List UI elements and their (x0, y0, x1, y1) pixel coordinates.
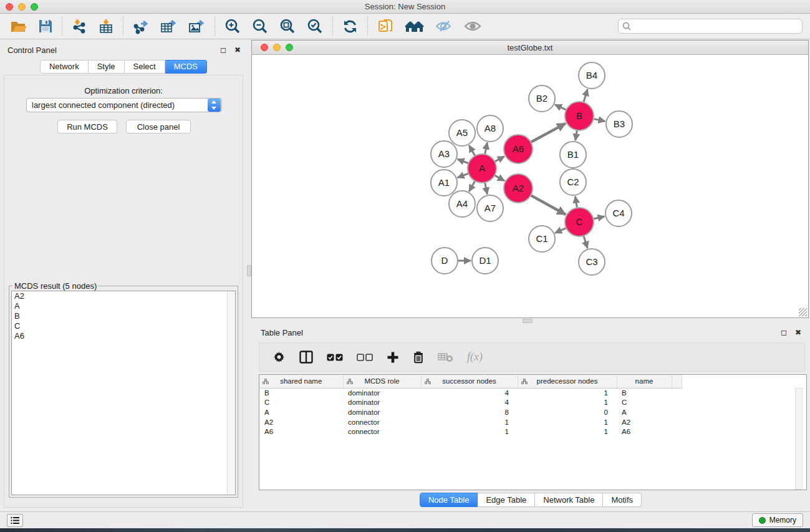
node-A2[interactable]: A2 (504, 174, 533, 203)
close-panel-button[interactable]: Close panel (126, 120, 191, 133)
table-cell[interactable]: connector (343, 427, 421, 437)
node-C2[interactable]: C2 (560, 169, 586, 195)
edge-A-A2[interactable] (494, 175, 504, 181)
zoom-fit-button[interactable] (274, 15, 301, 37)
network-minimize-button[interactable] (273, 44, 281, 51)
node-C[interactable]: C (565, 208, 594, 236)
node-B2[interactable]: B2 (529, 85, 555, 112)
table-cell[interactable]: 1 (421, 427, 518, 437)
table-cell[interactable]: connector (343, 417, 421, 427)
table-row[interactable]: A2connector11A2 (259, 417, 682, 427)
column-header-shared-name[interactable]: shared name (259, 375, 343, 388)
network-close-button[interactable] (261, 44, 268, 51)
add-row-button[interactable] (380, 345, 406, 370)
function-builder-button[interactable]: f(x) (460, 345, 489, 370)
delete-table-button[interactable] (431, 345, 460, 370)
close-window-button[interactable] (6, 3, 13, 11)
edge-B-B1[interactable] (576, 130, 577, 141)
node-C3[interactable]: C3 (579, 249, 605, 275)
table-cell[interactable]: B (259, 388, 343, 398)
delete-row-button[interactable] (406, 345, 431, 370)
node-B[interactable]: B (565, 102, 594, 130)
edge-A2-C[interactable] (530, 195, 566, 215)
export-table-button[interactable] (155, 15, 183, 37)
edge-B-B2[interactable] (555, 105, 567, 110)
horizontal-splitter-handle[interactable] (523, 319, 533, 323)
network-zoom-button[interactable] (286, 44, 293, 51)
open-file-button[interactable] (5, 15, 33, 37)
window-resize-grip[interactable] (799, 308, 807, 316)
table-row[interactable]: Adominator80A (259, 407, 682, 417)
table-cell[interactable]: 4 (421, 398, 518, 408)
node-A3[interactable]: A3 (431, 141, 457, 167)
node-A4[interactable]: A4 (449, 191, 475, 217)
network-canvas[interactable]: B4B2BB3A8A5A6B1A3AC2A1A2A4A7C4CC1DD1C3 (253, 55, 808, 317)
node-B1[interactable]: B1 (560, 142, 586, 168)
table-scrollbar[interactable] (795, 388, 803, 490)
table-row[interactable]: Cdominator41C (259, 398, 682, 408)
node-A8[interactable]: A8 (477, 115, 503, 142)
network-overview-button[interactable] (372, 15, 399, 37)
table-cell[interactable]: A (259, 407, 343, 417)
export-network-button[interactable] (127, 15, 155, 37)
table-cell[interactable]: A2 (617, 417, 672, 427)
show-column-button[interactable] (292, 345, 320, 370)
node-C1[interactable]: C1 (529, 226, 555, 252)
table-row[interactable]: Bdominator41B (259, 388, 682, 398)
close-table-panel-icon[interactable]: ✖ (794, 328, 803, 337)
vertical-splitter-handle[interactable] (247, 265, 251, 276)
tab-node-table[interactable]: Node Table (420, 493, 478, 507)
table-cell[interactable]: 8 (421, 407, 518, 417)
tab-style[interactable]: Style (89, 60, 125, 74)
tab-network-table[interactable]: Network Table (535, 493, 603, 507)
edge-C-C4[interactable] (592, 216, 604, 219)
node-A7[interactable]: A7 (477, 195, 503, 221)
table-cell[interactable]: 1 (518, 417, 617, 427)
export-image-button[interactable] (183, 15, 211, 37)
home-button[interactable] (399, 15, 430, 37)
table-settings-button[interactable] (266, 345, 292, 370)
deselect-all-checkboxes-button[interactable] (350, 345, 380, 370)
mcds-result-item[interactable]: B (12, 311, 235, 321)
mcds-result-item[interactable]: A6 (12, 331, 235, 341)
edge-A-A4[interactable] (469, 180, 475, 191)
mcds-result-item[interactable]: A2 (12, 291, 235, 301)
table-cell[interactable]: A2 (259, 417, 343, 427)
tab-motifs[interactable]: Motifs (603, 493, 642, 507)
table-cell[interactable]: dominator (343, 388, 421, 398)
zoom-out-button[interactable] (246, 15, 274, 37)
node-C4[interactable]: C4 (605, 200, 632, 226)
edge-A-A5[interactable] (469, 145, 475, 157)
node-D1[interactable]: D1 (472, 248, 498, 274)
zoom-window-button[interactable] (31, 3, 38, 11)
run-mcds-button[interactable]: Run MCDS (57, 120, 117, 133)
edge-C-C1[interactable] (555, 228, 567, 233)
edge-B-B3[interactable] (593, 118, 605, 121)
table-cell[interactable]: A6 (259, 427, 343, 437)
column-header-predecessor-nodes[interactable]: predecessor nodes (518, 375, 617, 388)
mcds-list-scrollbar[interactable] (227, 291, 235, 495)
edge-C-C3[interactable] (584, 235, 588, 248)
node-table[interactable]: shared nameMCDS rolesuccessor nodesprede… (259, 375, 682, 437)
node-A[interactable]: A (468, 154, 496, 183)
column-header-MCDS-role[interactable]: MCDS role (343, 375, 421, 388)
close-panel-icon[interactable]: ✖ (233, 46, 242, 54)
edge-A6-B[interactable] (530, 123, 566, 143)
table-cell[interactable]: 0 (518, 407, 617, 417)
minimize-window-button[interactable] (18, 3, 26, 11)
search-input[interactable] (632, 22, 798, 31)
table-cell[interactable]: A6 (617, 427, 672, 437)
table-cell[interactable]: dominator (343, 407, 421, 417)
import-network-button[interactable] (66, 15, 93, 37)
table-cell[interactable]: B (617, 388, 672, 398)
node-A5[interactable]: A5 (449, 120, 475, 146)
mcds-result-item[interactable]: A (12, 301, 235, 311)
table-cell[interactable]: 1 (421, 417, 518, 427)
memory-button[interactable]: Memory (752, 513, 803, 527)
hide-graphics-details-button[interactable] (430, 15, 458, 37)
float-panel-icon[interactable]: ◻ (219, 46, 228, 54)
float-table-panel-icon[interactable]: ◻ (779, 328, 788, 337)
tab-select[interactable]: Select (125, 60, 165, 74)
edge-A-A6[interactable] (494, 157, 504, 162)
table-cell[interactable]: A (617, 407, 672, 417)
